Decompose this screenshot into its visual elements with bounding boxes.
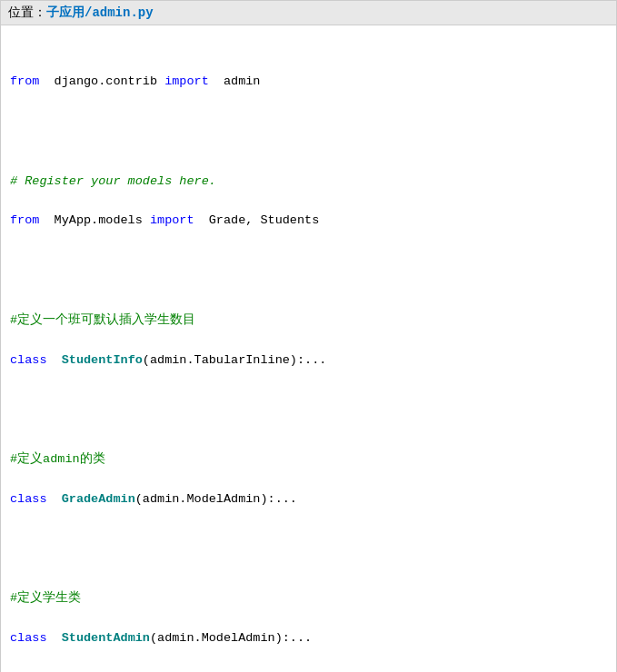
line-4: class GradeAdmin(admin.ModelAdmin):... <box>10 489 607 509</box>
line-2: from MyApp.models import Grade, Students <box>10 211 607 231</box>
location-label: 位置： <box>8 5 46 20</box>
line-comment-2: #定义一个班可默认插入学生数目 <box>10 311 607 331</box>
line-1: from django.contrib import admin <box>10 72 607 92</box>
line-comment-4: #定义学生类 <box>10 588 607 608</box>
location-path: 子应用/admin.py <box>46 5 154 20</box>
location-bar: 位置：子应用/admin.py <box>1 1 616 25</box>
line-comment-3: #定义admin的类 <box>10 450 607 469</box>
line-comment-1: # Register your models here. <box>10 172 607 192</box>
code-window: 位置：子应用/admin.py from django.contrib impo… <box>0 0 617 672</box>
code-area: from django.contrib import admin # Regis… <box>1 25 616 672</box>
line-3: class StudentInfo(admin.TabularInline):.… <box>10 351 607 371</box>
line-5: class StudentAdmin(admin.ModelAdmin):... <box>10 628 607 648</box>
